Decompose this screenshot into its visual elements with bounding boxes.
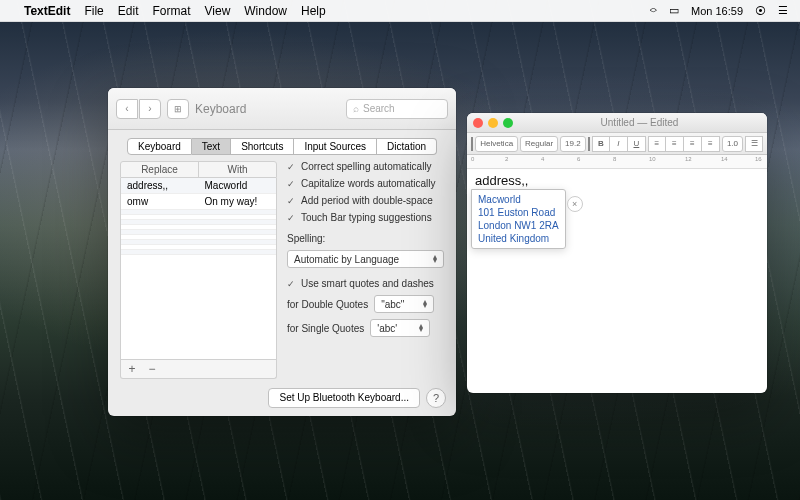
single-quotes-select[interactable]: 'abc' ▴▾: [370, 319, 430, 337]
ruler[interactable]: 0 2 4 6 8 10 12 14 16: [467, 155, 767, 169]
text-style-segment: B I U: [592, 136, 646, 152]
textedit-titlebar[interactable]: Untitled — Edited: [467, 113, 767, 133]
zoom-button[interactable]: [503, 118, 513, 128]
clock[interactable]: Mon 16:59: [691, 5, 743, 17]
double-quotes-select[interactable]: "abc" ▴▾: [374, 295, 434, 313]
single-quotes-label: for Single Quotes: [287, 323, 364, 334]
tab-input-sources[interactable]: Input Sources: [294, 138, 377, 155]
wifi-icon[interactable]: ⌔: [650, 5, 657, 17]
font-family-select[interactable]: Helvetica: [475, 136, 518, 152]
tab-shortcuts[interactable]: Shortcuts: [231, 138, 294, 155]
show-all-button[interactable]: ⊞: [167, 99, 189, 119]
list-button[interactable]: ☰: [745, 136, 763, 152]
align-center-button[interactable]: ≡: [666, 136, 684, 152]
menu-edit[interactable]: Edit: [118, 4, 139, 18]
replacements-header: Replace With: [120, 161, 277, 178]
list-segment: ☰: [745, 136, 763, 152]
tab-dictation[interactable]: Dictation: [377, 138, 437, 155]
col-with[interactable]: With: [199, 162, 276, 177]
text-content-area[interactable]: address,, Macworld 101 Euston Road Londo…: [467, 169, 767, 192]
textedit-title: Untitled — Edited: [518, 117, 761, 128]
menu-format[interactable]: Format: [152, 4, 190, 18]
textedit-format-toolbar: Helvetica Regular 19.2 B I U ≡ ≡ ≡ ≡ 1.0…: [467, 133, 767, 155]
spacing-select[interactable]: 1.0: [722, 136, 743, 152]
spelling-label: Spelling:: [287, 233, 444, 244]
preferences-window: ‹ › ⊞ Keyboard ⌕ Search Keyboard Text Sh…: [108, 88, 456, 416]
chevron-updown-icon: ▴▾: [433, 255, 437, 263]
forward-button[interactable]: ›: [139, 99, 161, 119]
table-row[interactable]: omw On my way!: [121, 194, 276, 210]
chevron-updown-icon: ▴▾: [423, 300, 427, 308]
help-button[interactable]: ?: [426, 388, 446, 408]
col-replace[interactable]: Replace: [121, 162, 199, 177]
close-button[interactable]: [473, 118, 483, 128]
table-row[interactable]: address,, Macworld: [121, 178, 276, 194]
menu-window[interactable]: Window: [244, 4, 287, 18]
bluetooth-keyboard-button[interactable]: Set Up Bluetooth Keyboard...: [268, 388, 420, 408]
menu-file[interactable]: File: [84, 4, 103, 18]
menu-view[interactable]: View: [205, 4, 231, 18]
align-right-button[interactable]: ≡: [684, 136, 702, 152]
tab-text[interactable]: Text: [192, 138, 231, 155]
italic-button[interactable]: I: [610, 136, 628, 152]
minimize-button[interactable]: [488, 118, 498, 128]
check-add-period[interactable]: Add period with double-space: [287, 195, 444, 206]
text-replacement-popup[interactable]: Macworld 101 Euston Road London NW1 2RA …: [471, 189, 566, 249]
notifications-icon[interactable]: ☰: [778, 4, 788, 17]
spotlight-icon[interactable]: ⦿: [755, 5, 766, 17]
search-icon: ⌕: [353, 103, 359, 114]
double-quotes-label: for Double Quotes: [287, 299, 368, 310]
underline-button[interactable]: U: [628, 136, 646, 152]
tab-keyboard[interactable]: Keyboard: [127, 138, 192, 155]
popup-close-icon[interactable]: ×: [567, 196, 583, 212]
menu-help[interactable]: Help: [301, 4, 326, 18]
check-smart-quotes[interactable]: Use smart quotes and dashes: [287, 278, 444, 289]
check-touchbar[interactable]: Touch Bar typing suggestions: [287, 212, 444, 223]
font-size-select[interactable]: 19.2: [560, 136, 586, 152]
search-input[interactable]: ⌕ Search: [346, 99, 448, 119]
replacements-table[interactable]: address,, Macworld omw On my way!: [120, 178, 277, 360]
textedit-window: Untitled — Edited Helvetica Regular 19.2…: [467, 113, 767, 393]
font-style-select[interactable]: Regular: [520, 136, 558, 152]
spelling-select[interactable]: Automatic by Language ▴▾: [287, 250, 444, 268]
remove-button[interactable]: −: [145, 362, 159, 376]
prefs-tabs: Keyboard Text Shortcuts Input Sources Di…: [108, 130, 456, 161]
check-correct-spelling[interactable]: Correct spelling automatically: [287, 161, 444, 172]
add-button[interactable]: +: [125, 362, 139, 376]
menu-app[interactable]: TextEdit: [24, 4, 70, 18]
bold-button[interactable]: B: [592, 136, 610, 152]
text-color-icon[interactable]: [588, 137, 590, 151]
typed-text: address,,: [475, 173, 759, 188]
align-left-button[interactable]: ≡: [648, 136, 666, 152]
battery-icon[interactable]: ▭: [669, 4, 679, 17]
prefs-toolbar: ‹ › ⊞ Keyboard ⌕ Search: [108, 88, 456, 130]
search-placeholder: Search: [363, 103, 395, 114]
font-panel-icon[interactable]: [471, 137, 473, 151]
align-justify-button[interactable]: ≡: [702, 136, 720, 152]
back-button[interactable]: ‹: [116, 99, 138, 119]
check-capitalize[interactable]: Capitalize words automatically: [287, 178, 444, 189]
prefs-title: Keyboard: [195, 102, 340, 116]
alignment-segment: ≡ ≡ ≡ ≡: [648, 136, 720, 152]
chevron-updown-icon: ▴▾: [419, 324, 423, 332]
menubar: TextEdit File Edit Format View Window He…: [0, 0, 800, 22]
